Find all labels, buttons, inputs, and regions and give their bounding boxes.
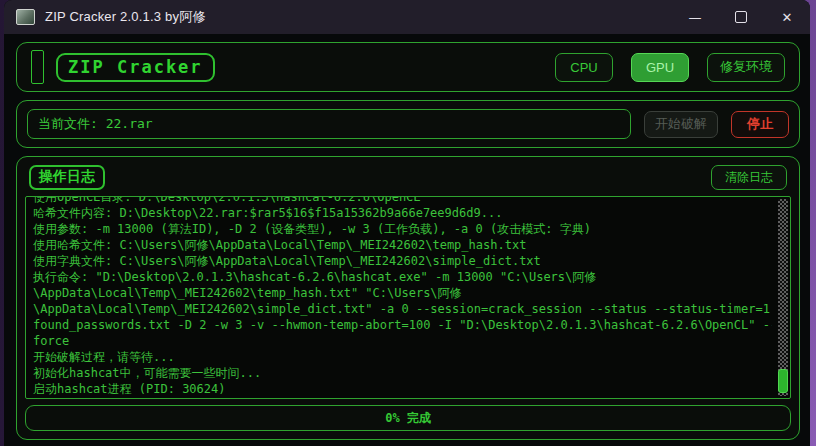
log-line: \AppData\Local\Temp\_MEI242602\simple_di… xyxy=(33,301,772,317)
log-lines: 使用OpenCL目录: D:\Desktop\2.0.1.3\hashcat-6… xyxy=(26,196,790,397)
file-panel: 当前文件: 22.rar 开始破解 停止 xyxy=(16,100,800,148)
log-line: 使用OpenCL目录: D:\Desktop\2.0.1.3\hashcat-6… xyxy=(33,196,772,205)
log-scrollbar[interactable] xyxy=(778,199,788,396)
log-panel: 操作日志 清除日志 使用OpenCL目录: D:\Desktop\2.0.1.3… xyxy=(16,156,800,440)
log-line: \AppData\Local\Temp\_MEI242602\temp_hash… xyxy=(33,285,772,301)
cpu-mode-button[interactable]: CPU xyxy=(555,53,613,82)
log-line: 开始破解过程，请等待... xyxy=(33,349,772,365)
window-controls: — ✕ xyxy=(672,0,810,34)
log-line: 使用参数: -m 13000 (算法ID), -D 2 (设备类型), -w 3… xyxy=(33,221,772,237)
app-name-badge: ZIP Cracker xyxy=(56,53,215,82)
header-panel: ZIP Cracker CPU GPU 修复环境 xyxy=(16,42,800,92)
stop-button[interactable]: 停止 xyxy=(731,111,789,138)
log-title-badge: 操作日志 xyxy=(29,165,105,190)
log-line: 初始化hashcat中，可能需要一些时间... xyxy=(33,365,772,381)
app-icon xyxy=(16,9,35,25)
log-output-area[interactable]: 使用OpenCL目录: D:\Desktop\2.0.1.3\hashcat-6… xyxy=(25,196,791,399)
repair-environment-button[interactable]: 修复环境 xyxy=(707,53,785,82)
log-line: 启动hashcat进程 (PID: 30624) xyxy=(33,381,772,397)
log-header: 操作日志 清除日志 xyxy=(25,165,791,190)
minimize-button[interactable]: — xyxy=(672,0,718,34)
log-line: 使用哈希文件: C:\Users\阿修\AppData\Local\Temp\_… xyxy=(33,237,772,253)
log-line: force xyxy=(33,333,772,349)
close-icon: ✕ xyxy=(782,10,793,25)
desktop-background: ZIP Cracker 2.0.1.3 by阿修 — ✕ ZIP Cracker xyxy=(0,0,816,446)
logo-mark-icon xyxy=(31,50,44,84)
log-line: found_passwords.txt -D 2 -w 3 -v --hwmon… xyxy=(33,317,772,333)
gpu-mode-button[interactable]: GPU xyxy=(631,53,689,82)
main-content: ZIP Cracker CPU GPU 修复环境 当前文件: 22.rar 开始… xyxy=(4,34,810,446)
maximize-icon xyxy=(735,11,747,23)
mode-buttons: CPU GPU 修复环境 xyxy=(555,53,785,82)
close-button[interactable]: ✕ xyxy=(764,0,810,34)
start-crack-button[interactable]: 开始破解 xyxy=(644,111,718,138)
log-line: 哈希文件内容: D:\Desktop\22.rar:$rar5$16$f15a1… xyxy=(33,205,772,221)
clear-log-button[interactable]: 清除日志 xyxy=(711,165,787,190)
window-title: ZIP Cracker 2.0.1.3 by阿修 xyxy=(45,8,206,26)
log-scrollbar-thumb[interactable] xyxy=(778,369,788,393)
current-file-input[interactable]: 当前文件: 22.rar xyxy=(27,109,631,139)
log-line: 使用字典文件: C:\Users\阿修\AppData\Local\Temp\_… xyxy=(33,253,772,269)
minimize-icon: — xyxy=(689,10,702,25)
log-line: 执行命令: "D:\Desktop\2.0.1.3\hashcat-6.2.6\… xyxy=(33,269,772,285)
titlebar: ZIP Cracker 2.0.1.3 by阿修 — ✕ xyxy=(4,0,810,34)
progress-bar: 0% 完成 xyxy=(25,405,791,431)
app-window: ZIP Cracker 2.0.1.3 by阿修 — ✕ ZIP Cracker xyxy=(4,0,810,446)
maximize-button[interactable] xyxy=(718,0,764,34)
